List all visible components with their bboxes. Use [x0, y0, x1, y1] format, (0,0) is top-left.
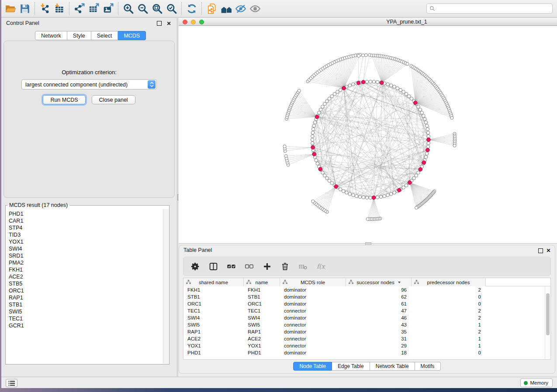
network-node[interactable] — [333, 93, 336, 96]
network-node[interactable] — [366, 217, 369, 220]
table-row[interactable]: PHD1PHD1dominator180 — [183, 349, 550, 356]
mcds-hub-node[interactable] — [312, 152, 316, 156]
mcds-result-item[interactable]: STB5 — [9, 280, 163, 287]
network-node[interactable] — [405, 93, 408, 96]
network-node[interactable] — [311, 131, 315, 134]
network-node[interactable] — [352, 83, 355, 86]
network-node[interactable] — [362, 196, 365, 199]
add-column-button[interactable] — [261, 261, 273, 272]
zoom-out-button[interactable] — [135, 1, 150, 16]
tab-select[interactable]: Select — [91, 31, 118, 40]
network-node[interactable] — [317, 111, 321, 114]
network-node[interactable] — [361, 54, 364, 57]
close-mcds-panel-button[interactable]: Close panel — [92, 95, 135, 104]
mcds-result-list[interactable]: PHD1CAR1STP4TID3YOX1SWI4SRD1PMA2FKH1ACE2… — [6, 209, 163, 364]
network-node[interactable] — [348, 84, 352, 87]
zoom-in-button[interactable] — [121, 1, 135, 16]
network-node[interactable] — [336, 90, 339, 94]
network-node[interactable] — [284, 155, 287, 158]
mcds-result-item[interactable]: FKH1 — [9, 266, 163, 273]
network-node[interactable] — [311, 134, 314, 138]
network-node[interactable] — [399, 88, 402, 92]
network-node[interactable] — [417, 171, 420, 175]
network-node[interactable] — [393, 191, 396, 194]
mcds-hub-node[interactable] — [426, 148, 430, 152]
mcds-result-item[interactable]: GCR1 — [9, 322, 163, 329]
network-node[interactable] — [313, 121, 317, 124]
mcds-result-item[interactable]: STB1 — [9, 301, 163, 308]
show-panels-button[interactable] — [6, 379, 17, 387]
mcds-hub-node[interactable] — [408, 181, 412, 185]
network-node[interactable] — [323, 102, 327, 106]
refresh-view-button[interactable] — [184, 1, 199, 16]
mcds-result-item[interactable]: SWI4 — [9, 245, 163, 252]
mcds-hub-node[interactable] — [427, 138, 431, 142]
network-node[interactable] — [365, 196, 369, 199]
network-node[interactable] — [417, 105, 420, 109]
network-node[interactable] — [315, 158, 318, 162]
network-node[interactable] — [342, 189, 345, 193]
network-node[interactable] — [389, 193, 393, 196]
search-box[interactable] — [426, 3, 553, 14]
network-node[interactable] — [405, 184, 408, 187]
chevron-down-icon[interactable] — [398, 282, 401, 283]
export-network-button[interactable] — [72, 1, 86, 16]
zoom-fit-button[interactable] — [150, 1, 164, 16]
network-node[interactable] — [357, 54, 360, 57]
network-view[interactable] — [179, 26, 557, 244]
deselect-all-button[interactable] — [243, 261, 255, 272]
network-node[interactable] — [379, 195, 383, 199]
mcds-hub-node[interactable] — [334, 185, 338, 189]
table-close-icon[interactable]: ✕ — [546, 248, 551, 253]
column-header-predecessor-nodes[interactable]: predecessor nodes — [412, 278, 486, 286]
mcds-result-item[interactable]: PMA2 — [9, 259, 163, 266]
mcds-result-item[interactable]: ACE2 — [9, 273, 163, 280]
tab-node-table[interactable]: Node Table — [293, 362, 332, 371]
select-all-button[interactable] — [225, 261, 237, 272]
network-node[interactable] — [372, 80, 376, 83]
network-node[interactable] — [426, 131, 430, 134]
network-node[interactable] — [415, 174, 418, 177]
network-node[interactable] — [376, 80, 379, 84]
tab-network[interactable]: Network — [35, 31, 67, 40]
network-node[interactable] — [383, 194, 386, 198]
table-row[interactable]: ACE2ACE2connector311 — [183, 335, 550, 342]
network-node[interactable] — [311, 127, 315, 131]
network-window-titlebar[interactable]: YPA_prune.txt_1 — [179, 18, 557, 26]
mcds-result-item[interactable]: YOX1 — [9, 238, 163, 245]
mcds-hub-node[interactable] — [380, 81, 384, 85]
network-node[interactable] — [406, 62, 409, 65]
network-node[interactable] — [415, 206, 418, 209]
tab-motifs[interactable]: Motifs — [415, 362, 441, 371]
mcds-hub-node[interactable] — [311, 146, 315, 150]
network-node[interactable] — [402, 90, 405, 94]
mcds-result-item[interactable]: CAR1 — [9, 217, 163, 224]
network-node[interactable] — [424, 155, 428, 159]
table-scrollbar[interactable] — [545, 286, 550, 359]
network-node[interactable] — [364, 54, 367, 57]
network-node[interactable] — [426, 145, 430, 148]
network-node[interactable] — [420, 111, 424, 114]
network-node[interactable] — [424, 121, 428, 124]
table-scrollbar-thumb[interactable] — [546, 293, 550, 335]
column-header-name[interactable]: name — [244, 278, 280, 286]
table-row[interactable]: FKH1FKH1dominator962 — [183, 286, 550, 293]
network-node[interactable] — [402, 186, 405, 189]
float-panel-icon[interactable] — [156, 21, 162, 26]
mcds-result-item[interactable]: TID3 — [9, 231, 163, 238]
network-node[interactable] — [450, 116, 453, 119]
criterion-dropdown[interactable]: largest connected component (undirected) — [21, 79, 157, 89]
split-table-button[interactable] — [208, 261, 219, 272]
network-node[interactable] — [355, 194, 358, 198]
table-row[interactable]: RAP1RAP1dominator352 — [183, 328, 550, 335]
network-node[interactable] — [426, 127, 429, 131]
network-node[interactable] — [311, 200, 315, 203]
network-node[interactable] — [419, 108, 422, 111]
clone-network-button[interactable] — [204, 1, 219, 16]
run-mcds-button[interactable]: Run MCDS — [43, 95, 85, 104]
network-node[interactable] — [339, 88, 342, 92]
close-panel-icon[interactable]: ✕ — [166, 21, 172, 26]
network-node[interactable] — [312, 124, 316, 127]
tab-network-table[interactable]: Network Table — [370, 362, 415, 371]
import-network-button[interactable] — [38, 1, 52, 16]
